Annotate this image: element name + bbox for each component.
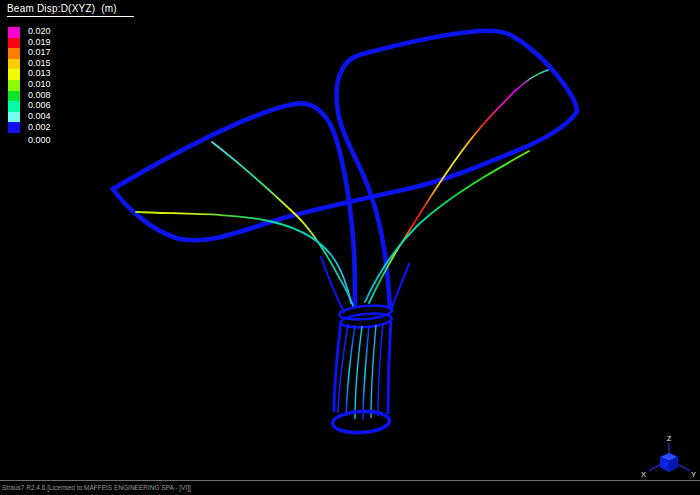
- trunk-member: [355, 326, 362, 419]
- straus7-viewport: X Y Z Beam Disp:D(XYZ) (m) 0.0200.0190.0…: [0, 0, 700, 495]
- status-bar-text: Straus7 R2.4.6 [Licensed to:MAFFEIS ENGI…: [2, 484, 191, 492]
- axis-label-z: Z: [667, 434, 672, 443]
- axis-triad: X Y Z: [641, 434, 696, 479]
- trunk-top-ring: [339, 304, 394, 330]
- branch-cable-right-main: [369, 70, 548, 303]
- trunk-base-ring: [332, 410, 390, 434]
- axis-label-y: Y: [691, 470, 696, 479]
- trunk-member: [346, 325, 355, 416]
- model-view[interactable]: X Y Z: [0, 0, 700, 480]
- trunk-flare-right: [391, 264, 409, 311]
- trunk-member: [363, 326, 369, 420]
- left-leaf-edge-beam: [113, 103, 355, 306]
- trunk-edge-left: [334, 321, 341, 412]
- branch-cable-left-lower: [136, 212, 351, 303]
- trunk-member: [371, 325, 376, 418]
- status-bar: Straus7 R2.4.6 [Licensed to:MAFFEIS ENGI…: [0, 480, 700, 495]
- trunk-member: [378, 323, 383, 416]
- axis-cube-icon: [660, 453, 678, 472]
- axis-label-x: X: [641, 470, 646, 479]
- trunk-edge-right: [388, 318, 391, 414]
